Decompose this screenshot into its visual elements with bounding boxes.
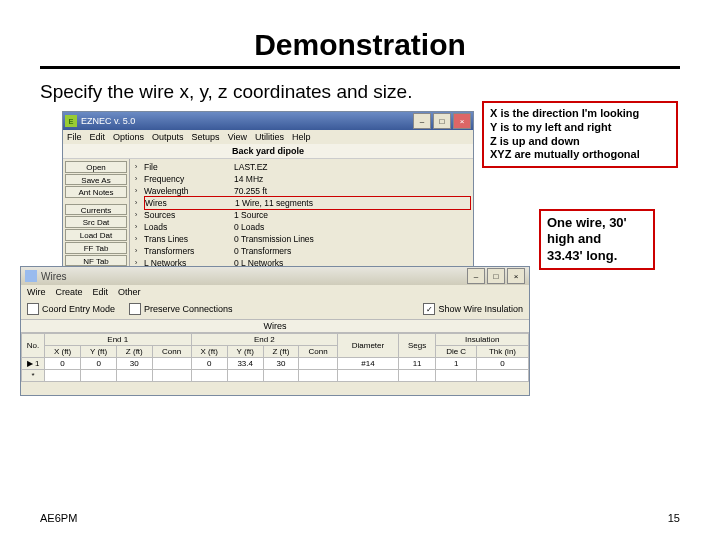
close-button[interactable]: × (507, 268, 525, 284)
wires-menubar: Wire Create Edit Other (21, 285, 529, 299)
cell-x2[interactable]: 0 (191, 358, 227, 370)
title-rule (40, 66, 680, 69)
cell-y2[interactable]: 33.4 (227, 358, 263, 370)
row-label: Wires (145, 197, 235, 209)
coord-entry-checkbox[interactable]: Coord Entry Mode (27, 303, 115, 315)
wires-window: Wires – □ × Wire Create Edit Other Coord… (20, 266, 530, 396)
cell-diec[interactable]: 1 (436, 358, 477, 370)
wire-no: ▶ 1 (22, 358, 45, 370)
row-label: File (144, 161, 234, 173)
menu-item[interactable]: Utilities (255, 132, 284, 142)
eznec-row[interactable]: Frequency14 MHz (144, 173, 471, 185)
arrow-icon: › (130, 221, 142, 233)
slide-subtitle: Specify the wire x, y, z coordinates and… (40, 81, 680, 103)
eznec-row[interactable]: Sources1 Source (144, 209, 471, 221)
arrow-icon: › (130, 197, 142, 209)
menu-item[interactable]: Other (118, 287, 141, 297)
arrow-icon: › (130, 173, 142, 185)
col-z1: Z (ft) (117, 346, 152, 358)
antnotes-button[interactable]: Ant Notes (65, 186, 127, 198)
minimize-button[interactable]: – (413, 113, 431, 129)
col-diameter: Diameter (338, 334, 399, 358)
saveas-button[interactable]: Save As (65, 174, 127, 186)
menu-item[interactable]: Options (113, 132, 144, 142)
cell-y1[interactable]: 0 (81, 358, 117, 370)
table-row[interactable]: ▶ 1 0 0 30 0 33.4 30 #14 11 1 0 (22, 358, 529, 370)
wires-options: Coord Entry Mode Preserve Connections ✓S… (21, 299, 529, 319)
col-diec: Die C (436, 346, 477, 358)
cell-conn1[interactable] (152, 358, 191, 370)
row-label: Frequency (144, 173, 234, 185)
cell-conn2[interactable] (299, 358, 338, 370)
minimize-button[interactable]: – (467, 268, 485, 284)
currents-button[interactable]: Currents (65, 204, 127, 216)
eznec-row[interactable]: Transformers0 Transformers (144, 245, 471, 257)
eznec-row[interactable]: Trans Lines0 Transmission Lines (144, 233, 471, 245)
maximize-button[interactable]: □ (487, 268, 505, 284)
cell-z2[interactable]: 30 (263, 358, 298, 370)
row-value: 14 MHz (234, 173, 471, 185)
row-value: 1 Source (234, 209, 471, 221)
menu-item[interactable]: Create (56, 287, 83, 297)
row-value: 0 Loads (234, 221, 471, 233)
col-insulation: Insulation (436, 334, 529, 346)
callout-line: Z is up and down (490, 135, 670, 149)
eznec-row[interactable]: Loads0 Loads (144, 221, 471, 233)
menu-item[interactable]: Edit (93, 287, 109, 297)
row-label: Sources (144, 209, 234, 221)
callout-line: One wire, 30' (547, 215, 647, 231)
wires-table: No. End 1 End 2 Diameter Segs Insulation… (21, 333, 529, 382)
callout-line: 33.43' long. (547, 248, 647, 264)
col-x1: X (ft) (45, 346, 81, 358)
table-row-empty[interactable]: * (22, 370, 529, 382)
menu-item[interactable]: Help (292, 132, 311, 142)
callout-line: XYZ are mutually orthogonal (490, 148, 670, 162)
col-segs: Segs (398, 334, 436, 358)
callout-line: X is the direction I'm looking (490, 107, 670, 121)
callout-xyz: X is the direction I'm looking Y is to m… (482, 101, 678, 168)
callout-line: Y is to my left and right (490, 121, 670, 135)
cell-thk[interactable]: 0 (476, 358, 528, 370)
maximize-button[interactable]: □ (433, 113, 451, 129)
preserve-conn-checkbox[interactable]: Preserve Connections (129, 303, 233, 315)
callout-line: high and (547, 231, 647, 247)
show-insulation-checkbox[interactable]: ✓Show Wire Insulation (423, 303, 523, 315)
menu-item[interactable]: Edit (90, 132, 106, 142)
srcdat-button[interactable]: Src Dat (65, 216, 127, 228)
eznec-window: E EZNEC v. 5.0 – □ × File Edit Options O… (62, 111, 474, 288)
fftab-button[interactable]: FF Tab (65, 242, 127, 254)
col-thk: Thk (in) (476, 346, 528, 358)
col-end1: End 1 (45, 334, 192, 346)
col-z2: Z (ft) (263, 346, 298, 358)
wires-titlebar[interactable]: Wires – □ × (21, 267, 529, 285)
col-no: No. (22, 334, 45, 358)
cell-z1[interactable]: 30 (117, 358, 152, 370)
eznec-row[interactable]: Wires1 Wire, 11 segments (144, 196, 471, 210)
cell-dia[interactable]: #14 (338, 358, 399, 370)
footer-author: AE6PM (40, 512, 77, 524)
row-label: Trans Lines (144, 233, 234, 245)
footer-page: 15 (668, 512, 680, 524)
eznec-rows: FileLAST.EZFrequency14 MHzWavelength70.2… (142, 159, 473, 281)
cell-segs[interactable]: 11 (398, 358, 436, 370)
cell-x1[interactable]: 0 (45, 358, 81, 370)
open-button[interactable]: Open (65, 161, 127, 173)
menu-item[interactable]: File (67, 132, 82, 142)
close-button[interactable]: × (453, 113, 471, 129)
nftab-button[interactable]: NF Tab (65, 255, 127, 267)
row-value: 0 Transformers (234, 245, 471, 257)
menu-item[interactable]: Wire (27, 287, 46, 297)
wires-app-icon (25, 270, 37, 282)
eznec-titlebar[interactable]: E EZNEC v. 5.0 – □ × (63, 112, 473, 130)
menu-item[interactable]: Outputs (152, 132, 184, 142)
menu-item[interactable]: Setups (192, 132, 220, 142)
menu-item[interactable]: View (228, 132, 247, 142)
wires-grid-title: Wires (21, 319, 529, 333)
col-y1: Y (ft) (81, 346, 117, 358)
col-y2: Y (ft) (227, 346, 263, 358)
loaddat-button[interactable]: Load Dat (65, 229, 127, 241)
row-label: Loads (144, 221, 234, 233)
eznec-row[interactable]: FileLAST.EZ (144, 161, 471, 173)
eznec-app-icon: E (65, 115, 77, 127)
slide-title: Demonstration (40, 28, 680, 62)
